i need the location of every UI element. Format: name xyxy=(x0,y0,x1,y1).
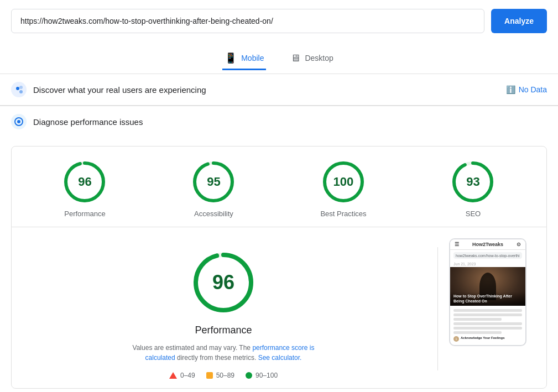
phone-date: Jun 21, 2023 xyxy=(453,262,476,266)
phone-article-content: 1 Acknowledge Your Feelings xyxy=(450,306,525,345)
score-item-best-practices: 100 Best Practices xyxy=(320,160,366,218)
legend-row: 0–49 50–89 90–100 xyxy=(169,372,278,379)
score-value-seo: 93 xyxy=(466,175,479,189)
legend-fail-label: 0–49 xyxy=(180,372,195,379)
tab-mobile[interactable]: 📱 Mobile xyxy=(222,48,266,70)
perf-link-calculator[interactable]: See calculator. xyxy=(258,354,302,362)
phone-meta: Jun 21, 2023 xyxy=(450,261,525,267)
phone-img-overlay: How to Stop OverThinking After Being Che… xyxy=(450,292,525,306)
perf-detail-title: Performance xyxy=(195,325,252,336)
big-score-number: 96 xyxy=(212,271,234,294)
perf-desc-text1: Values are estimated and may vary. The xyxy=(133,344,251,352)
perf-desc-text2: directly from these metrics. xyxy=(177,354,256,362)
phone-item-label-1: Acknowledge Your Feelings xyxy=(461,336,504,339)
phone-site-title: How2Tweaks xyxy=(472,242,503,247)
crux-icon xyxy=(11,82,27,97)
crux-title: Discover what your real users are experi… xyxy=(33,85,206,95)
phone-frame: ☰ How2Tweaks ⊙ how2tweaks.com/how-to-sto… xyxy=(449,238,526,346)
tab-desktop-label: Desktop xyxy=(305,54,333,62)
svg-point-4 xyxy=(17,120,20,123)
tab-desktop[interactable]: 🖥 Desktop xyxy=(288,48,335,70)
legend-warn: 50–89 xyxy=(206,372,234,379)
svg-point-0 xyxy=(16,87,19,90)
score-label-seo: SEO xyxy=(466,210,481,218)
legend-pass: 90–100 xyxy=(246,372,278,379)
phone-text-3 xyxy=(453,318,502,321)
score-circle-best-practices: 100 xyxy=(321,160,366,204)
score-item-performance: 96 Performance xyxy=(62,160,107,218)
phone-url-bar: how2tweaks.com/how-to-stop-overthinking xyxy=(453,252,522,259)
vertical-divider xyxy=(437,247,438,370)
diag-section-left: Diagnose performance issues xyxy=(11,114,143,129)
score-item-seo: 93 SEO xyxy=(451,160,495,218)
score-value-performance: 96 xyxy=(78,175,91,189)
tab-mobile-label: Mobile xyxy=(241,54,264,62)
diag-section-bar: Diagnose performance issues xyxy=(0,106,558,137)
info-icon: ℹ️ xyxy=(506,85,515,94)
phone-text-6 xyxy=(453,331,502,334)
score-circle-seo: 93 xyxy=(451,160,495,204)
score-value-accessibility: 95 xyxy=(207,175,220,189)
legend-pass-icon xyxy=(246,372,252,379)
phone-header-bar: ☰ How2Tweaks ⊙ xyxy=(450,239,525,250)
phone-text-2 xyxy=(453,313,522,316)
phone-hamburger-icon: ☰ xyxy=(455,242,459,247)
desktop-icon: 🖥 xyxy=(290,53,300,64)
legend-fail: 0–49 xyxy=(169,372,195,379)
detail-section: 96 Performance Values are estimated and … xyxy=(20,227,538,379)
legend-warn-icon xyxy=(206,372,213,379)
phone-text-5 xyxy=(453,327,522,330)
mobile-icon: 📱 xyxy=(225,52,237,64)
phone-url-text: how2tweaks.com/how-to-stop-overthinking xyxy=(456,254,520,258)
phone-article-title: How to Stop OverThinking After Being Che… xyxy=(453,294,522,304)
score-label-accessibility: Accessibility xyxy=(194,210,233,218)
scores-row: 96 Performance 95 Accessibility xyxy=(20,160,538,227)
big-score-circle: 96 xyxy=(190,249,257,316)
no-data-link[interactable]: ℹ️ No Data xyxy=(506,85,547,94)
legend-warn-label: 50–89 xyxy=(216,372,234,379)
score-circle-accessibility: 95 xyxy=(191,160,236,204)
diag-icon xyxy=(11,114,27,129)
legend-fail-icon xyxy=(169,372,177,379)
score-circle-performance: 96 xyxy=(62,160,107,204)
phone-preview: ☰ How2Tweaks ⊙ how2tweaks.com/how-to-sto… xyxy=(449,238,526,379)
score-label-performance: Performance xyxy=(64,210,105,218)
phone-article-image: How to Stop OverThinking After Being Che… xyxy=(450,267,525,306)
url-input[interactable] xyxy=(11,9,484,33)
svg-point-2 xyxy=(19,86,23,89)
perf-detail-desc: Values are estimated and may vary. The p… xyxy=(124,343,323,363)
perf-detail-left: 96 Performance Values are estimated and … xyxy=(20,238,426,379)
scores-card: 96 Performance 95 Accessibility xyxy=(11,146,547,389)
phone-menu-icon: ⊙ xyxy=(517,242,521,247)
phone-numbered-item-1: 1 Acknowledge Your Feelings xyxy=(453,336,522,342)
no-data-label[interactable]: No Data xyxy=(519,85,547,94)
score-label-best-practices: Best Practices xyxy=(320,210,366,218)
phone-text-1 xyxy=(453,309,522,312)
crux-section-left: Discover what your real users are experi… xyxy=(11,82,206,97)
svg-point-1 xyxy=(19,90,23,93)
phone-text-4 xyxy=(453,322,522,325)
score-value-best-practices: 100 xyxy=(333,175,354,189)
score-item-accessibility: 95 Accessibility xyxy=(191,160,236,218)
analyze-button[interactable]: Analyze xyxy=(491,9,547,33)
phone-num-1: 1 xyxy=(453,336,459,342)
top-bar: Analyze xyxy=(0,0,558,42)
tabs-row: 📱 Mobile 🖥 Desktop xyxy=(0,42,558,74)
legend-pass-label: 90–100 xyxy=(255,372,278,379)
diag-title: Diagnose performance issues xyxy=(33,117,143,127)
crux-section-bar: Discover what your real users are experi… xyxy=(0,74,558,106)
